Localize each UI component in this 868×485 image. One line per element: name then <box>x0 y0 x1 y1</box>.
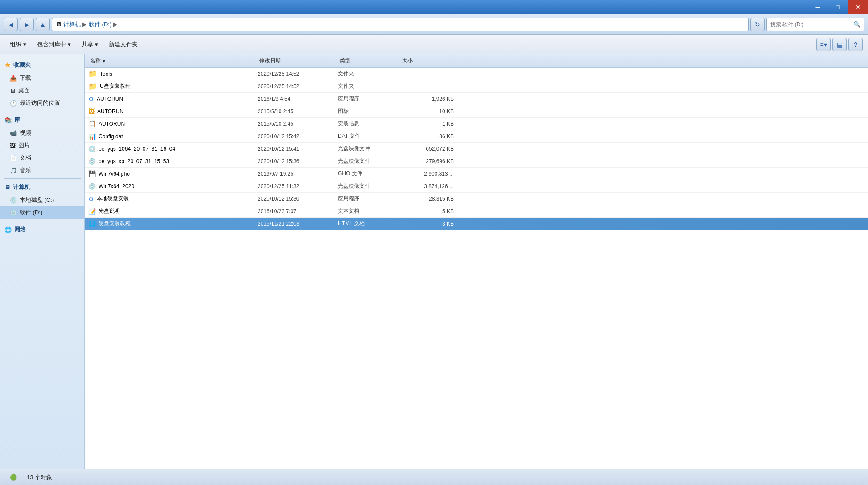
file-type: 图标 <box>338 107 400 115</box>
file-row[interactable]: 💿 pe_yqs_xp_20_07_31_15_53 2020/10/12 15… <box>85 155 868 168</box>
file-type: 光盘映像文件 <box>338 182 400 190</box>
sidebar-local-c-label: 本地磁盘 (C:) <box>20 196 54 204</box>
sidebar-desktop-label: 桌面 <box>18 86 30 95</box>
folder-icon: 📁 <box>88 70 97 78</box>
sidebar-item-local-c[interactable]: 💿 本地磁盘 (C:) <box>0 194 84 206</box>
refresh-button[interactable]: ↻ <box>750 18 765 31</box>
preview-pane-button[interactable]: ▤ <box>832 38 847 51</box>
file-row[interactable]: 📋 AUTORUN 2015/5/10 2:45 安装信息 1 KB <box>85 118 868 130</box>
sidebar-item-recent[interactable]: 🕐 最近访问的位置 <box>0 97 84 109</box>
sidebar-item-pictures[interactable]: 🖼 图片 <box>0 139 84 152</box>
col-header-type[interactable]: 类型 <box>338 57 400 65</box>
folder-icon: 📁 <box>88 82 97 90</box>
file-size: 36 KB <box>400 133 454 140</box>
col-header-size[interactable]: 大小 <box>400 57 454 65</box>
minimize-button[interactable]: ─ <box>808 0 828 14</box>
file-name: 📝 光盘说明 <box>88 207 258 215</box>
file-type: 文件夹 <box>338 70 400 78</box>
file-row[interactable]: 💾 Win7x64.gho 2019/9/7 19:25 GHO 文件 2,90… <box>85 168 868 180</box>
music-icon: 🎵 <box>10 167 17 174</box>
search-input[interactable] <box>770 21 852 28</box>
file-row[interactable]: 💿 Win7x64_2020 2020/12/25 11:32 光盘映像文件 3… <box>85 180 868 193</box>
file-date: 2020/10/12 15:42 <box>258 133 338 140</box>
file-type: 安装信息 <box>338 120 400 127</box>
sidebar: ★ 收藏夹 📥 下载 🖥 桌面 🕐 最近访问的位置 📚 库 <box>0 54 85 469</box>
file-list-header: 名称 ▾ 修改日期 类型 大小 <box>85 54 868 68</box>
file-type: 应用程序 <box>338 95 400 103</box>
file-type: 文件夹 <box>338 82 400 90</box>
file-type: 光盘映像文件 <box>338 157 400 165</box>
file-size: 1 KB <box>400 121 454 127</box>
breadcrumb-computer[interactable]: 计算机 <box>63 21 81 29</box>
file-name: 💿 Win7x64_2020 <box>88 183 258 190</box>
file-size: 3,874,126 ... <box>400 183 454 189</box>
sidebar-divider-2 <box>4 178 81 179</box>
file-type: HTML 文档 <box>338 220 400 227</box>
file-name: 📋 AUTORUN <box>88 120 258 127</box>
help-button[interactable]: ? <box>848 38 863 51</box>
file-date: 2015/5/10 2:45 <box>258 121 338 127</box>
file-date: 2016/1/8 4:54 <box>258 96 338 102</box>
file-row[interactable]: 📝 光盘说明 2016/10/23 7:07 文本文档 5 KB <box>85 205 868 218</box>
maximize-button[interactable]: □ <box>828 0 848 14</box>
recent-icon: 🕐 <box>10 100 17 107</box>
sidebar-header-library[interactable]: 📚 库 <box>0 113 84 127</box>
pictures-icon: 🖼 <box>10 142 16 149</box>
file-date: 2020/12/25 14:52 <box>258 71 338 77</box>
sidebar-item-downloads[interactable]: 📥 下载 <box>0 72 84 84</box>
file-row[interactable]: 📁 Tools 2020/12/25 14:52 文件夹 <box>85 68 868 80</box>
file-name: 💿 pe_yqs_xp_20_07_31_15_53 <box>88 158 258 165</box>
file-row[interactable]: 📊 Config.dat 2020/10/12 15:42 DAT 文件 36 … <box>85 130 868 143</box>
col-header-date[interactable]: 修改日期 <box>258 57 338 65</box>
file-date: 2015/5/10 2:45 <box>258 108 338 115</box>
file-row[interactable]: 🖼 AUTORUN 2015/5/10 2:45 图标 10 KB <box>85 105 868 118</box>
file-row[interactable]: 🌐 硬盘安装教程 2016/11/21 22:03 HTML 文档 3 KB <box>85 218 868 230</box>
file-size: 28,315 KB <box>400 196 454 202</box>
up-button[interactable]: ▲ <box>36 18 50 31</box>
documents-icon: 📄 <box>10 155 17 161</box>
close-button[interactable]: ✕ <box>848 0 868 14</box>
organize-button[interactable]: 组织 ▾ <box>5 37 31 52</box>
include-label: 包含到库中 <box>37 41 66 49</box>
breadcrumb: 🖥 计算机 ▶ 软件 (D:) ▶ <box>52 18 749 31</box>
include-dropdown-icon: ▾ <box>68 41 71 48</box>
new-folder-button[interactable]: 新建文件夹 <box>104 37 142 52</box>
sidebar-item-desktop[interactable]: 🖥 桌面 <box>0 84 84 97</box>
exe-icon: ⚙ <box>88 95 94 103</box>
sidebar-header-computer[interactable]: 🖥 计算机 <box>0 181 84 194</box>
sidebar-recent-label: 最近访问的位置 <box>20 99 60 107</box>
include-library-button[interactable]: 包含到库中 ▾ <box>33 37 75 52</box>
videos-icon: 📹 <box>10 130 17 136</box>
share-button[interactable]: 共享 ▾ <box>77 37 103 52</box>
sidebar-divider-1 <box>4 111 81 111</box>
file-row[interactable]: 📁 U盘安装教程 2020/12/25 14:52 文件夹 <box>85 80 868 93</box>
sidebar-header-favorites[interactable]: ★ 收藏夹 <box>0 58 84 72</box>
inf-icon: 📋 <box>88 120 96 127</box>
search-icon[interactable]: 🔍 <box>853 21 860 28</box>
sidebar-item-music[interactable]: 🎵 音乐 <box>0 164 84 177</box>
sidebar-item-software-d[interactable]: 💿 软件 (D:) <box>0 206 84 219</box>
file-row[interactable]: 💿 pe_yqs_1064_20_07_31_16_04 2020/10/12 … <box>85 143 868 155</box>
sidebar-videos-label: 视频 <box>20 129 31 137</box>
view-mode-button[interactable]: ≡▾ <box>816 38 831 51</box>
file-date: 2019/9/7 19:25 <box>258 171 338 177</box>
file-name: 💾 Win7x64.gho <box>88 170 258 177</box>
file-name: ⚙ 本地硬盘安装 <box>88 195 258 202</box>
back-button[interactable]: ◀ <box>4 18 18 31</box>
sidebar-header-network[interactable]: 🌐 网络 <box>0 223 84 236</box>
sidebar-item-videos[interactable]: 📹 视频 <box>0 127 84 139</box>
dat-icon: 📊 <box>88 133 96 140</box>
file-date: 2016/10/23 7:07 <box>258 208 338 214</box>
file-type: 文本文档 <box>338 207 400 215</box>
local-c-icon: 💿 <box>10 197 17 204</box>
file-row[interactable]: ⚙ 本地硬盘安装 2020/10/12 15:30 应用程序 28,315 KB <box>85 193 868 205</box>
file-type: 光盘映像文件 <box>338 145 400 152</box>
file-date: 2020/10/12 15:36 <box>258 158 338 164</box>
col-header-name[interactable]: 名称 ▾ <box>88 57 258 65</box>
sidebar-item-documents[interactable]: 📄 文档 <box>0 152 84 164</box>
forward-button[interactable]: ▶ <box>20 18 34 31</box>
desktop-icon: 🖥 <box>10 87 16 94</box>
file-date: 2016/11/21 22:03 <box>258 221 338 227</box>
breadcrumb-software-d[interactable]: 软件 (D:) <box>89 21 111 29</box>
file-row[interactable]: ⚙ AUTORUN 2016/1/8 4:54 应用程序 1,926 KB <box>85 93 868 105</box>
